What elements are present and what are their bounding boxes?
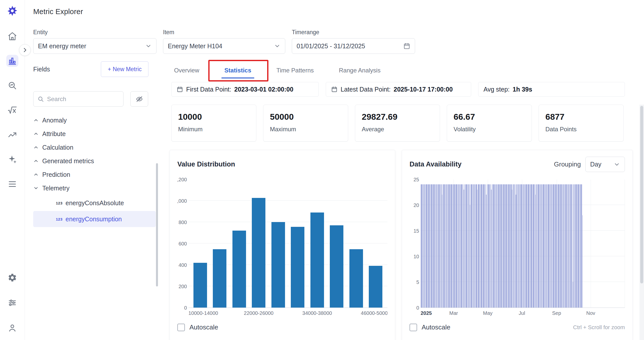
rail-item-menu[interactable] xyxy=(6,178,18,190)
da-bar xyxy=(486,184,486,308)
da-bar xyxy=(481,184,482,308)
tab-range-analysis[interactable]: Range Analysis xyxy=(339,61,380,79)
rail-item-formulas[interactable] xyxy=(6,104,18,116)
da-bar xyxy=(530,184,530,308)
da-bar xyxy=(450,184,451,308)
da-bar xyxy=(476,184,477,308)
tab-overview[interactable]: Overview xyxy=(174,61,199,79)
da-bar xyxy=(514,184,514,308)
timerange-input[interactable]: 01/01/2025 - 31/12/2025 xyxy=(292,38,415,54)
da-bar xyxy=(521,184,521,308)
grouping-select-value: Day xyxy=(590,161,601,168)
da-bar xyxy=(474,184,475,308)
da-bar xyxy=(424,184,424,308)
entity-select[interactable]: EM energy meter xyxy=(33,38,156,54)
grouping-select[interactable]: Day xyxy=(585,157,625,172)
da-bar xyxy=(496,184,496,308)
da-bar xyxy=(517,184,517,308)
da-bar xyxy=(479,184,479,308)
rail-item-metric-explorer[interactable] xyxy=(6,55,18,67)
field-group-prediction[interactable]: Prediction xyxy=(33,168,158,181)
da-bar xyxy=(552,184,552,308)
vd-bar xyxy=(232,231,246,308)
expand-sidebar-button[interactable] xyxy=(19,44,31,56)
home-icon xyxy=(8,31,17,41)
chip-value: 1h 39s xyxy=(513,86,532,93)
da-bar xyxy=(505,184,505,308)
calendar-icon xyxy=(403,42,410,50)
da-bar xyxy=(451,184,451,308)
da-bar xyxy=(497,184,498,308)
chip-label: Avg step: xyxy=(484,86,510,93)
da-bar xyxy=(498,184,498,308)
menu-icon xyxy=(8,179,17,189)
da-bar xyxy=(429,184,429,308)
gridline xyxy=(188,222,387,222)
da-bar xyxy=(563,184,564,308)
rail-item-preferences[interactable] xyxy=(6,297,18,309)
rail-item-settings[interactable] xyxy=(6,272,18,284)
field-group-calculation[interactable]: Calculation xyxy=(33,141,158,154)
da-bar xyxy=(471,184,472,308)
field-group-generated-metrics[interactable]: Generated metrics xyxy=(33,154,158,168)
da-bar xyxy=(527,184,527,308)
search-input[interactable] xyxy=(47,96,119,103)
item-select[interactable]: Energy Meter H104 xyxy=(163,38,285,54)
da-bar xyxy=(568,184,569,308)
da-bar xyxy=(487,184,487,308)
main-content: OverviewStatisticsTime PatternsRange Ana… xyxy=(158,61,644,340)
rail-item-trends[interactable] xyxy=(6,129,18,141)
da-bar xyxy=(458,184,458,308)
da-bar xyxy=(446,184,446,308)
da-bar xyxy=(496,184,496,308)
field-group-telemetry[interactable]: Telemetry xyxy=(33,181,158,195)
vd-bar xyxy=(213,249,226,308)
toggle-hidden-fields-button[interactable] xyxy=(130,91,148,107)
field-item-energyConsAbsolute[interactable]: 123energyConsAbsolute xyxy=(33,195,156,211)
da-bar xyxy=(516,184,516,308)
da-bar xyxy=(440,184,440,308)
da-y-axis: 0510152025 xyxy=(410,180,421,308)
da-bar xyxy=(427,184,428,308)
tab-statistics[interactable]: Statistics xyxy=(224,61,251,79)
da-bar xyxy=(520,184,520,308)
gridline xyxy=(188,200,387,201)
da-bar xyxy=(513,184,514,308)
field-item-energyConsumption[interactable]: 123energyConsumption xyxy=(33,211,156,227)
da-bar xyxy=(545,184,546,308)
stat-card-average: 29827.69Average xyxy=(355,105,440,142)
vd-y-tick-label: ,200 xyxy=(177,177,187,183)
da-autoscale-checkbox[interactable] xyxy=(410,324,417,331)
da-bar xyxy=(471,184,471,308)
da-bar xyxy=(500,184,500,308)
field-group-attribute[interactable]: Attribute xyxy=(33,127,158,141)
da-bar xyxy=(558,184,558,308)
fields-scrollbar-thumb[interactable] xyxy=(156,163,158,286)
vd-autoscale-checkbox[interactable] xyxy=(177,324,185,331)
new-metric-button[interactable]: + New Metric xyxy=(101,61,148,77)
da-bar xyxy=(555,184,556,308)
da-bar xyxy=(518,184,518,308)
sliders-icon xyxy=(8,298,17,308)
da-bar xyxy=(503,184,503,308)
da-bar xyxy=(483,184,484,308)
field-group-anomaly[interactable]: Anomaly xyxy=(33,113,158,127)
rail-item-account[interactable] xyxy=(6,322,18,334)
entity-select-value: EM energy meter xyxy=(38,42,86,50)
rail-item-home[interactable] xyxy=(6,30,18,42)
da-bar xyxy=(463,184,463,308)
window-scrollbar-thumb[interactable] xyxy=(640,106,643,283)
da-bar xyxy=(510,184,510,308)
tab-time-patterns[interactable]: Time Patterns xyxy=(276,61,314,79)
da-plot xyxy=(421,180,625,308)
da-bar xyxy=(426,184,426,308)
value-distribution-panel: Value Distribution 0200400600800,000,200… xyxy=(170,150,395,340)
da-bar xyxy=(445,184,445,308)
stat-card-minimum: 10000Minimum xyxy=(171,105,256,142)
da-bar xyxy=(473,184,473,308)
rail-item-ai-features[interactable] xyxy=(6,153,18,165)
vd-x-tick-label: 46000-50000 xyxy=(361,310,387,316)
da-bar xyxy=(428,184,428,308)
rail-item-insights[interactable] xyxy=(6,79,18,92)
da-bar xyxy=(577,184,578,308)
